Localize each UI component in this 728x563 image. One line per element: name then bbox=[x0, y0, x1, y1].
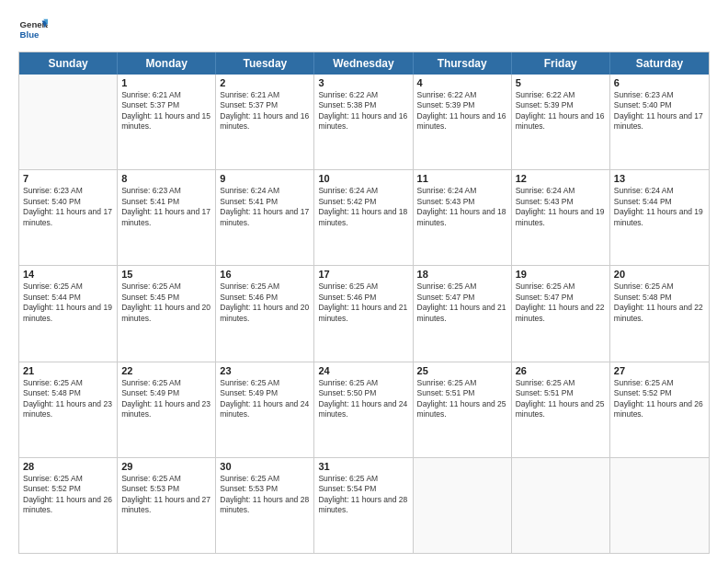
calendar-cell bbox=[19, 75, 118, 169]
calendar-week-5: 28Sunrise: 6:25 AM Sunset: 5:52 PM Dayli… bbox=[19, 458, 709, 553]
calendar-week-1: 1Sunrise: 6:21 AM Sunset: 5:37 PM Daylig… bbox=[19, 75, 709, 170]
calendar-cell: 29Sunrise: 6:25 AM Sunset: 5:53 PM Dayli… bbox=[118, 458, 216, 553]
cell-info: Sunrise: 6:25 AM Sunset: 5:47 PM Dayligh… bbox=[516, 282, 606, 324]
cell-date: 13 bbox=[614, 173, 705, 184]
cell-info: Sunrise: 6:24 AM Sunset: 5:43 PM Dayligh… bbox=[516, 186, 606, 228]
cell-info: Sunrise: 6:25 AM Sunset: 5:51 PM Dayligh… bbox=[417, 378, 507, 420]
calendar-cell bbox=[610, 458, 709, 553]
calendar-week-2: 7Sunrise: 6:23 AM Sunset: 5:40 PM Daylig… bbox=[19, 170, 709, 266]
calendar-cell: 23Sunrise: 6:25 AM Sunset: 5:49 PM Dayli… bbox=[216, 362, 314, 457]
cell-date: 29 bbox=[121, 461, 211, 472]
cell-date: 7 bbox=[23, 173, 113, 184]
cell-info: Sunrise: 6:25 AM Sunset: 5:47 PM Dayligh… bbox=[417, 282, 507, 324]
calendar-cell: 5Sunrise: 6:22 AM Sunset: 5:39 PM Daylig… bbox=[512, 75, 610, 169]
day-header-monday: Monday bbox=[118, 52, 216, 75]
cell-info: Sunrise: 6:21 AM Sunset: 5:37 PM Dayligh… bbox=[220, 90, 310, 132]
cell-date: 2 bbox=[220, 77, 310, 88]
calendar-week-3: 14Sunrise: 6:25 AM Sunset: 5:44 PM Dayli… bbox=[19, 266, 709, 362]
cell-date: 12 bbox=[516, 173, 606, 184]
cell-date: 27 bbox=[614, 365, 705, 376]
cell-info: Sunrise: 6:25 AM Sunset: 5:46 PM Dayligh… bbox=[318, 282, 408, 324]
calendar-cell: 8Sunrise: 6:23 AM Sunset: 5:41 PM Daylig… bbox=[118, 170, 216, 265]
cell-info: Sunrise: 6:23 AM Sunset: 5:40 PM Dayligh… bbox=[23, 186, 113, 228]
calendar-cell: 17Sunrise: 6:25 AM Sunset: 5:46 PM Dayli… bbox=[314, 266, 413, 361]
calendar-cell: 2Sunrise: 6:21 AM Sunset: 5:37 PM Daylig… bbox=[216, 75, 314, 169]
calendar-cell: 7Sunrise: 6:23 AM Sunset: 5:40 PM Daylig… bbox=[19, 170, 118, 265]
calendar-cell: 30Sunrise: 6:25 AM Sunset: 5:53 PM Dayli… bbox=[216, 458, 314, 553]
cell-date: 1 bbox=[121, 77, 211, 88]
calendar-cell: 22Sunrise: 6:25 AM Sunset: 5:49 PM Dayli… bbox=[118, 362, 216, 457]
cell-info: Sunrise: 6:25 AM Sunset: 5:44 PM Dayligh… bbox=[23, 282, 113, 324]
calendar-cell: 10Sunrise: 6:24 AM Sunset: 5:42 PM Dayli… bbox=[314, 170, 413, 265]
cell-info: Sunrise: 6:25 AM Sunset: 5:48 PM Dayligh… bbox=[23, 378, 113, 420]
calendar: SundayMondayTuesdayWednesdayThursdayFrid… bbox=[18, 52, 710, 554]
cell-date: 23 bbox=[220, 365, 310, 376]
calendar-cell: 20Sunrise: 6:25 AM Sunset: 5:48 PM Dayli… bbox=[610, 266, 709, 361]
cell-date: 16 bbox=[220, 269, 310, 280]
calendar-header: SundayMondayTuesdayWednesdayThursdayFrid… bbox=[19, 52, 709, 75]
day-header-sunday: Sunday bbox=[19, 52, 118, 75]
cell-date: 9 bbox=[220, 173, 310, 184]
logo: General Blue bbox=[18, 15, 48, 44]
cell-info: Sunrise: 6:25 AM Sunset: 5:52 PM Dayligh… bbox=[614, 378, 705, 420]
cell-info: Sunrise: 6:25 AM Sunset: 5:45 PM Dayligh… bbox=[121, 282, 211, 324]
cell-info: Sunrise: 6:23 AM Sunset: 5:40 PM Dayligh… bbox=[614, 90, 705, 132]
day-header-tuesday: Tuesday bbox=[216, 52, 314, 75]
cell-date: 14 bbox=[23, 269, 113, 280]
calendar-cell: 27Sunrise: 6:25 AM Sunset: 5:52 PM Dayli… bbox=[610, 362, 709, 457]
cell-info: Sunrise: 6:22 AM Sunset: 5:39 PM Dayligh… bbox=[417, 90, 507, 132]
cell-date: 11 bbox=[417, 173, 507, 184]
calendar-cell: 11Sunrise: 6:24 AM Sunset: 5:43 PM Dayli… bbox=[414, 170, 512, 265]
logo-icon: General Blue bbox=[18, 15, 48, 44]
cell-info: Sunrise: 6:23 AM Sunset: 5:41 PM Dayligh… bbox=[121, 186, 211, 228]
calendar-cell: 3Sunrise: 6:22 AM Sunset: 5:38 PM Daylig… bbox=[314, 75, 413, 169]
cell-date: 8 bbox=[121, 173, 211, 184]
cell-date: 31 bbox=[318, 461, 408, 472]
cell-date: 26 bbox=[516, 365, 606, 376]
calendar-cell: 26Sunrise: 6:25 AM Sunset: 5:51 PM Dayli… bbox=[512, 362, 610, 457]
cell-date: 10 bbox=[318, 173, 408, 184]
calendar-cell: 19Sunrise: 6:25 AM Sunset: 5:47 PM Dayli… bbox=[512, 266, 610, 361]
cell-info: Sunrise: 6:25 AM Sunset: 5:54 PM Dayligh… bbox=[318, 474, 408, 516]
cell-info: Sunrise: 6:25 AM Sunset: 5:50 PM Dayligh… bbox=[318, 378, 408, 420]
calendar-week-4: 21Sunrise: 6:25 AM Sunset: 5:48 PM Dayli… bbox=[19, 362, 709, 458]
cell-info: Sunrise: 6:24 AM Sunset: 5:44 PM Dayligh… bbox=[614, 186, 705, 228]
cell-info: Sunrise: 6:24 AM Sunset: 5:41 PM Dayligh… bbox=[220, 186, 310, 228]
calendar-cell: 1Sunrise: 6:21 AM Sunset: 5:37 PM Daylig… bbox=[118, 75, 216, 169]
day-header-wednesday: Wednesday bbox=[314, 52, 413, 75]
calendar-cell bbox=[414, 458, 512, 553]
cell-info: Sunrise: 6:25 AM Sunset: 5:53 PM Dayligh… bbox=[121, 474, 211, 516]
cell-date: 21 bbox=[23, 365, 113, 376]
calendar-cell: 4Sunrise: 6:22 AM Sunset: 5:39 PM Daylig… bbox=[414, 75, 512, 169]
calendar-cell bbox=[512, 458, 610, 553]
day-header-saturday: Saturday bbox=[610, 52, 709, 75]
cell-date: 3 bbox=[318, 77, 408, 88]
calendar-cell: 9Sunrise: 6:24 AM Sunset: 5:41 PM Daylig… bbox=[216, 170, 314, 265]
calendar-cell: 12Sunrise: 6:24 AM Sunset: 5:43 PM Dayli… bbox=[512, 170, 610, 265]
cell-date: 6 bbox=[614, 77, 705, 88]
cell-info: Sunrise: 6:25 AM Sunset: 5:53 PM Dayligh… bbox=[220, 474, 310, 516]
day-header-thursday: Thursday bbox=[414, 52, 512, 75]
cell-date: 15 bbox=[121, 269, 211, 280]
cell-date: 18 bbox=[417, 269, 507, 280]
calendar-cell: 18Sunrise: 6:25 AM Sunset: 5:47 PM Dayli… bbox=[414, 266, 512, 361]
cell-date: 17 bbox=[318, 269, 408, 280]
calendar-cell: 24Sunrise: 6:25 AM Sunset: 5:50 PM Dayli… bbox=[314, 362, 413, 457]
header: General Blue bbox=[18, 15, 710, 44]
cell-info: Sunrise: 6:25 AM Sunset: 5:52 PM Dayligh… bbox=[23, 474, 113, 516]
cell-date: 25 bbox=[417, 365, 507, 376]
cell-date: 20 bbox=[614, 269, 705, 280]
calendar-body: 1Sunrise: 6:21 AM Sunset: 5:37 PM Daylig… bbox=[19, 75, 709, 553]
svg-text:Blue: Blue bbox=[20, 29, 40, 40]
cell-date: 5 bbox=[516, 77, 606, 88]
cell-info: Sunrise: 6:25 AM Sunset: 5:46 PM Dayligh… bbox=[220, 282, 310, 324]
cell-date: 24 bbox=[318, 365, 408, 376]
calendar-cell: 16Sunrise: 6:25 AM Sunset: 5:46 PM Dayli… bbox=[216, 266, 314, 361]
cell-date: 19 bbox=[516, 269, 606, 280]
cell-date: 30 bbox=[220, 461, 310, 472]
calendar-cell: 13Sunrise: 6:24 AM Sunset: 5:44 PM Dayli… bbox=[610, 170, 709, 265]
cell-date: 22 bbox=[121, 365, 211, 376]
cell-info: Sunrise: 6:22 AM Sunset: 5:38 PM Dayligh… bbox=[318, 90, 408, 132]
cell-date: 4 bbox=[417, 77, 507, 88]
cell-info: Sunrise: 6:24 AM Sunset: 5:42 PM Dayligh… bbox=[318, 186, 408, 228]
